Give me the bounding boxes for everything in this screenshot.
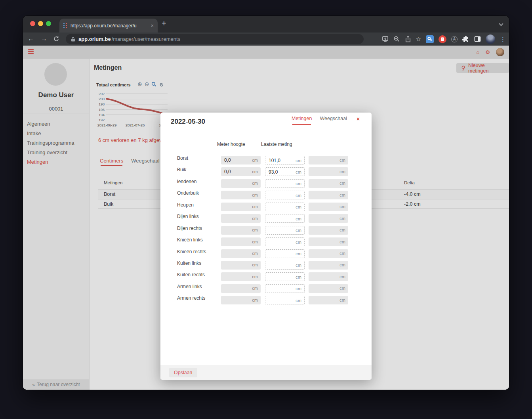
meter-hoogte-input: 0,0cm: [221, 156, 261, 165]
nieuwe-meting-input: cm: [309, 272, 348, 281]
extensions-puzzle-icon[interactable]: [462, 36, 469, 43]
nieuwe-meting-input: cm: [309, 261, 348, 270]
url-path: /manager/user/measurements: [112, 36, 180, 42]
adblock-hand-extension-icon[interactable]: [439, 35, 446, 43]
measurement-label: Armen links: [177, 284, 202, 289]
laatste-meting-input-value: 93,0: [269, 169, 278, 175]
meter-hoogte-input: cm: [221, 179, 261, 188]
nieuwe-meting-input: cm: [309, 296, 348, 304]
unit-label: cm: [296, 216, 301, 221]
zoom-out-icon[interactable]: [393, 36, 400, 42]
laatste-meting-input[interactable]: cm: [265, 214, 305, 223]
unit-label: cm: [339, 298, 345, 302]
modal-close-icon[interactable]: ×: [357, 116, 360, 122]
browser-toolbar: ← → app.orium.be /manager/user/measureme…: [23, 33, 509, 46]
window-close-button[interactable]: [30, 21, 35, 26]
back-icon[interactable]: ←: [28, 34, 34, 43]
measurement-label: Dijen links: [177, 214, 199, 219]
laatste-meting-input[interactable]: 93,0cm: [265, 167, 305, 176]
unit-label: cm: [339, 239, 345, 244]
modal-rows: Borst0,0cm101,0cmcmBuik0,0cm93,0cmcmlend…: [160, 154, 372, 306]
nieuwe-meting-input: cm: [309, 214, 348, 223]
unit-label: cm: [296, 263, 301, 268]
unit-label: cm: [252, 274, 258, 279]
laatste-meting-input[interactable]: cm: [265, 249, 305, 258]
laatste-meting-input[interactable]: cm: [265, 203, 305, 211]
unit-label: cm: [252, 181, 258, 186]
unit-label: cm: [252, 158, 258, 163]
laatste-meting-input[interactable]: cm: [265, 261, 305, 270]
unit-label: cm: [252, 262, 258, 267]
nieuwe-meting-input: cm: [309, 191, 348, 199]
a-circle-extension-icon[interactable]: A: [451, 36, 458, 42]
chevron-down-icon[interactable]: [499, 21, 503, 26]
measurement-row: Buik0,0cm93,0cmcm: [160, 165, 372, 177]
tab-weegschaal[interactable]: Weegschaal: [320, 116, 347, 125]
nieuwe-meting-input: cm: [309, 156, 348, 165]
browser-profile-avatar[interactable]: [486, 34, 495, 44]
unit-label: cm: [296, 275, 301, 279]
download-page-icon[interactable]: [382, 36, 389, 42]
meter-hoogte-input: cm: [221, 214, 261, 223]
meter-hoogte-input: cm: [221, 261, 261, 270]
url-bar[interactable]: app.orium.be /manager/user/measurements: [66, 34, 364, 44]
forward-icon[interactable]: →: [41, 34, 47, 43]
measurement-label: lendenen: [177, 179, 196, 184]
unit-label: cm: [339, 204, 345, 209]
unit-label: cm: [252, 286, 258, 291]
measurement-label: Kuiten links: [177, 260, 201, 266]
laatste-meting-input[interactable]: cm: [265, 191, 305, 199]
laatste-meting-input[interactable]: cm: [265, 179, 305, 188]
window-zoom-button[interactable]: [46, 21, 51, 26]
unit-label: cm: [252, 228, 258, 232]
laatste-meting-input[interactable]: cm: [265, 296, 305, 304]
unit-label: cm: [296, 181, 301, 186]
browser-tab[interactable]: https://app.orium.be/manager/u ×: [59, 19, 158, 33]
reload-icon[interactable]: [53, 36, 59, 42]
laatste-meting-input[interactable]: cm: [265, 272, 305, 281]
laatste-meting-input-value: 101,0: [269, 158, 280, 163]
meter-hoogte-input: cm: [221, 249, 261, 258]
unit-label: cm: [339, 251, 345, 256]
tab-close-icon[interactable]: ×: [151, 23, 154, 28]
nieuwe-meting-input: cm: [309, 284, 348, 293]
tab-metingen[interactable]: Metingen: [292, 116, 312, 125]
measurement-label: Armen rechts: [177, 295, 205, 301]
laatste-meting-input[interactable]: 101,0cm: [265, 156, 305, 165]
laatste-meting-input[interactable]: cm: [265, 226, 305, 235]
unit-label: cm: [296, 170, 301, 174]
unit-label: cm: [252, 169, 258, 174]
share-icon[interactable]: [405, 36, 411, 42]
modal-title: 2022-05-30: [171, 118, 205, 126]
measurement-row: Kuiten rechtscmcmcm: [160, 270, 372, 282]
unit-label: cm: [339, 286, 345, 291]
unit-label: cm: [252, 251, 258, 256]
window-minimize-button[interactable]: [38, 21, 43, 26]
lock-icon: [71, 36, 75, 42]
measurement-row: Armen linkscmcmcm: [160, 282, 372, 294]
password-key-extension-icon[interactable]: [426, 35, 434, 43]
unit-label: cm: [339, 274, 345, 279]
measurement-label: Buik: [177, 167, 186, 172]
column-header-laatste-meting: Laatste meting: [261, 142, 292, 147]
unit-label: cm: [252, 193, 258, 197]
unit-label: cm: [296, 298, 301, 303]
measurement-row: Borst0,0cm101,0cmcm: [160, 154, 372, 165]
new-tab-button[interactable]: +: [162, 19, 166, 28]
side-panel-icon[interactable]: [474, 36, 481, 42]
laatste-meting-input[interactable]: cm: [265, 237, 305, 246]
measurement-label: Knieën rechts: [177, 249, 206, 254]
measurement-row: lendenencmcmcm: [160, 177, 372, 189]
measurement-label: Heupen: [177, 202, 194, 208]
bookmark-star-icon[interactable]: ☆: [416, 36, 421, 43]
measurement-label: Borst: [177, 155, 188, 161]
meter-hoogte-input: cm: [221, 284, 261, 293]
unit-label: cm: [252, 216, 258, 221]
meter-hoogte-input: 0,0cm: [221, 167, 261, 176]
unit-label: cm: [339, 216, 345, 221]
unit-label: cm: [339, 158, 345, 163]
laatste-meting-input[interactable]: cm: [265, 284, 305, 293]
save-button[interactable]: Opslaan: [169, 368, 197, 377]
browser-tab-strip: https://app.orium.be/manager/u × +: [23, 16, 509, 33]
browser-menu-icon[interactable]: ⋮: [500, 36, 506, 43]
